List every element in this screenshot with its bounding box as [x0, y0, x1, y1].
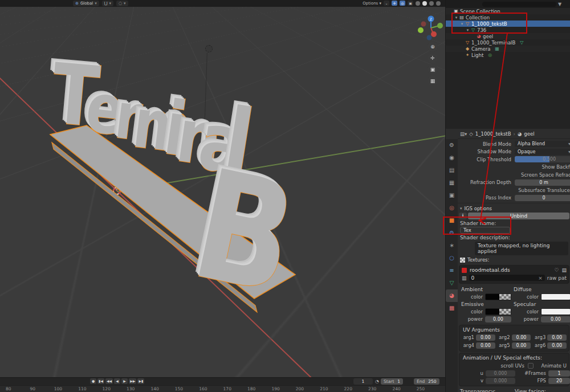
shading-material-icon[interactable]	[429, 1, 434, 6]
texture-checker-icon	[460, 258, 465, 263]
expander-icon[interactable]: ▾	[454, 15, 459, 20]
checkbox-label[interactable]: Subsurface Translucen	[458, 187, 570, 193]
jump-end-icon[interactable]: ▶▮	[137, 378, 144, 384]
emissive-power-field[interactable]: 0.00	[485, 316, 511, 322]
camera-view-icon[interactable]: ▣	[427, 64, 438, 75]
perspective-toggle-icon[interactable]: ▦	[427, 76, 438, 86]
arg4-field[interactable]: 0.00	[476, 342, 495, 349]
arg6-field[interactable]: 0.00	[547, 342, 567, 349]
shading-wireframe-icon[interactable]	[416, 1, 420, 6]
fps-field[interactable]: 20	[548, 378, 570, 384]
outliner-item-scene-collection[interactable]: ▣Scene Collection	[446, 8, 570, 14]
collection-icon: ▤	[459, 15, 465, 20]
properties-tab-modifiers-icon[interactable]: ⚙	[446, 227, 458, 239]
snap-controls[interactable]: ⋃▾	[102, 1, 113, 6]
refraction-depth-field[interactable]: 0 m	[515, 179, 570, 186]
ambient-color-swatch[interactable]	[485, 293, 511, 300]
properties-tab-constraints-icon[interactable]: ≡	[446, 264, 458, 277]
properties-tab-scene-icon[interactable]: ▣	[446, 189, 458, 202]
outliner-item-camera[interactable]: ◆Camera▦	[446, 46, 570, 52]
clip-threshold-field[interactable]: 0.500	[515, 156, 570, 162]
scroll-uvs-checkbox[interactable]	[528, 363, 534, 369]
play-icon[interactable]: ▶	[121, 378, 128, 384]
select-visibility-icon[interactable]: ⌄	[384, 1, 389, 6]
pan-hand-icon[interactable]: ✛	[427, 53, 438, 63]
outliner-item-collection[interactable]: ▾▤Collection	[446, 14, 570, 21]
checkbox-label[interactable]: Show Backfa	[458, 164, 570, 170]
jump-start-icon[interactable]: ▮◀	[97, 378, 104, 384]
end-frame-field[interactable]: End250	[414, 378, 439, 385]
uv-arguments-box: UV Arguments arg10.00arg20.00arg30.00arg…	[459, 325, 569, 352]
outliner-item-1-1000-terminalb[interactable]: ▽1_1000_TerminalB▽	[446, 39, 570, 46]
next-keyframe-icon[interactable]: ▶▶	[129, 378, 136, 384]
emissive-color-swatch[interactable]	[485, 308, 511, 315]
outliner-item-geel[interactable]: ◕geel	[446, 33, 570, 39]
frames-field[interactable]: 1	[548, 370, 570, 377]
outliner-item-light[interactable]: ✦Light◎	[446, 52, 570, 58]
prev-frame-icon[interactable]: ◀	[114, 378, 120, 384]
texture-index-field[interactable]: 0	[471, 275, 539, 281]
properties-tab-particles-icon[interactable]: ∗	[446, 239, 458, 252]
start-frame-field[interactable]: Start1	[381, 378, 403, 385]
properties-tab-material-icon[interactable]: ◕	[446, 289, 458, 302]
properties-editor[interactable]: ⚙◉▤▦▣◎■⚙∗○≡▽◕▩ ▤▾ ◇ 1_1000_tekstB › ◕ ge…	[446, 129, 570, 392]
show-gizmo-icon[interactable]: ✛	[392, 1, 397, 6]
arg1-field[interactable]: 0.00	[476, 334, 495, 341]
properties-tab-data-icon[interactable]: ▽	[446, 277, 458, 289]
current-frame-field[interactable]: 1	[353, 378, 373, 385]
unbind-button[interactable]: Unbind	[468, 213, 569, 219]
blend-mode-field[interactable]: Alpha Blend	[515, 141, 570, 147]
3d-viewport[interactable]: TerminalB ⊕ Global ▾ ⋃▾ ◌▾ Options	[0, 0, 445, 377]
arg5-field[interactable]: 0.00	[512, 342, 531, 349]
filter-icon[interactable]: ▼	[558, 2, 561, 7]
properties-tab-render-icon[interactable]: ◉	[446, 152, 458, 164]
texture-browse-icon[interactable]: ▥	[462, 275, 467, 281]
overlays-icon[interactable]: ◎	[400, 1, 405, 6]
diffuse-color-swatch[interactable]	[541, 293, 570, 300]
shading-rendered-icon[interactable]	[436, 1, 441, 6]
shader-name-field[interactable]: Tex	[460, 227, 510, 234]
properties-tab-physics-icon[interactable]: ○	[446, 252, 458, 264]
xray-icon[interactable]: ▣	[408, 1, 413, 6]
ruler-tick: 170	[223, 386, 231, 391]
fake-user-heart-icon[interactable]: ♡	[554, 267, 559, 273]
shadow-mode-field[interactable]: Opaque	[515, 149, 570, 155]
outliner-search-input[interactable]	[482, 2, 556, 7]
zoom-icon[interactable]: ⊕	[427, 42, 438, 52]
uv-arg-label: arg4	[462, 342, 474, 348]
properties-tab-object-icon[interactable]: ■	[446, 214, 458, 227]
record-icon[interactable]: ●	[90, 378, 96, 384]
properties-tab-output-icon[interactable]: ▤	[446, 164, 458, 177]
shader-description-text: Texture mapped, no lighting applied	[475, 242, 568, 255]
properties-tab-view-layer-icon[interactable]: ▦	[446, 177, 458, 189]
expander-icon[interactable]: ▾	[459, 22, 465, 26]
checkbox-label[interactable]: Screen Space Refract	[458, 172, 570, 178]
emissive-label: Emissive	[459, 301, 511, 307]
pass-index-field[interactable]: 0	[515, 195, 570, 201]
proportional-edit-controls[interactable]: ◌▾	[116, 1, 128, 6]
delete-texture-icon[interactable]: ▤	[561, 267, 567, 273]
texture-slot[interactable]: roodmetaal.dds ♡ ▤ ▥ 0 × raw pat	[459, 265, 569, 284]
outliner-item-1-1000-tekstb[interactable]: ▾▽1_1000_tekstB	[446, 21, 570, 27]
prev-keyframe-icon[interactable]: ◀◀	[105, 378, 113, 384]
editor-type-icon[interactable]: ▤▾	[460, 131, 467, 137]
specular-color-swatch[interactable]	[541, 308, 570, 315]
transform-orientation-dropdown[interactable]: ⊕ Global ▾	[73, 1, 99, 6]
arg2-field[interactable]: 0.00	[512, 334, 531, 341]
clear-icon[interactable]: ×	[538, 275, 543, 281]
properties-tab-world-icon[interactable]: ◎	[446, 202, 458, 214]
options-dropdown[interactable]: Options ▾	[363, 1, 381, 6]
info-icon[interactable]: ℹ	[459, 213, 467, 219]
properties-tab-tool-icon[interactable]: ⚙	[446, 139, 458, 152]
igs-options-header[interactable]: ▾ IGS options	[458, 205, 570, 212]
properties-tab-texture-icon[interactable]: ▩	[446, 302, 458, 315]
outliner-item-736[interactable]: ▾▽736	[446, 27, 570, 33]
arg3-field[interactable]: 0.00	[547, 334, 567, 341]
shading-solid-icon[interactable]	[422, 1, 427, 6]
navigation-gizmo[interactable]: Z	[418, 15, 444, 41]
specular-power-field[interactable]: 0.00	[541, 316, 570, 322]
expander-icon[interactable]: ▾	[465, 28, 470, 32]
outliner[interactable]: ▼ ▣Scene Collection▾▤Collection▾▽1_1000_…	[446, 0, 570, 129]
timeline-editor[interactable]: ●▮◀◀◀◀▶▶▶▶▮ 1 ◔ Start1 End250 8090100110…	[0, 377, 445, 392]
timeline-ruler[interactable]: 8090100110120130140150160170180190200210…	[0, 385, 445, 392]
